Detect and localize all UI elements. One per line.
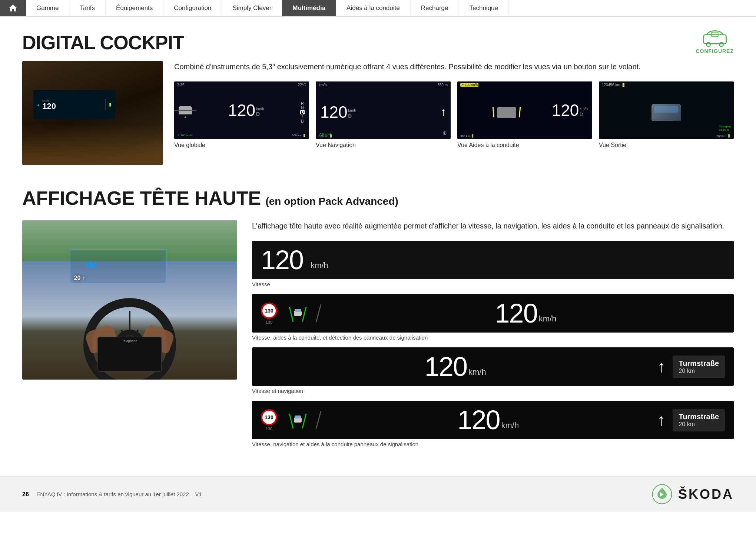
thumb-vue-aides-img: ↗ 100km/h [457,81,592,139]
nav-info-4: Turmstraße 20 km [673,409,725,431]
nav-item-equipements[interactable]: Équipements [106,0,163,16]
thumb-vue-globale-img: 2:3522°C ▲ [174,81,309,139]
footer-skoda-brand: ŠKODA [652,484,734,504]
nav-item-recharge[interactable]: Recharge [411,0,459,16]
divider-line-2 [316,304,322,322]
hud-label-1: Vitesse [252,281,734,287]
thumb-label-vue-aides: Vue Aides à la conduite [457,142,592,148]
speed-limit-circle-4: 130 [261,409,277,425]
skoda-brand-name: ŠKODA [678,487,734,502]
hud-displays: L'affichage tête haute avec réalité augm… [252,220,734,454]
svg-line-8 [289,414,293,428]
dist-4: 20 km [679,421,719,428]
section2-main-title: AFFICHAGE TÊTE HAUTE [22,187,261,209]
speed-limit-circle-2: 130 [261,303,277,319]
hud-display-speed-nav: 120 km/h ↑ Turmstraße 20 km Vitesse et [252,347,734,394]
hud-display-speed-aids: 130 130 [252,294,734,341]
hud-section: AFFICHAGE TÊTE HAUTE (en option Pack Adv… [22,187,734,454]
lane-icon-svg [286,305,310,322]
cockpit-right-panel: Combiné d'instruments de 5,3" exclusivem… [174,61,734,148]
hud-unit-2: km/h [539,314,557,327]
hud-unit-3: km/h [468,367,486,380]
cockpit-content-row: ▲ km/h 120 🔋 [22,61,734,165]
home-icon [8,3,18,13]
nav-info-3: Turmstraße 20 km [673,356,725,378]
svg-line-5 [302,307,306,322]
lane-car-icon-2 [285,305,311,322]
thumb-label-vue-nav: Vue Navigation [316,142,451,148]
thumb-vue-nav-img: km/h350 m 120 km/h D [316,81,451,139]
hud-content-row: »» 20 ↑ [22,220,734,454]
cockpit-main-image: ▲ km/h 120 🔋 [22,61,163,165]
section2-title-block: AFFICHAGE TÊTE HAUTE (en option Pack Adv… [22,187,734,209]
section2-subtitle: (en option Pack Advanced) [263,196,398,207]
hud-speed-1: 120 [261,247,303,273]
speed-limit-group-4: 130 130 [261,409,277,431]
nav-bar: Gamme Tarifs Équipements Configuration S… [0,0,756,17]
speed-display-3: 120 km/h [261,353,650,380]
hud-car-image: »» 20 ↑ [22,220,237,380]
slm-label-4: 130 [266,427,272,431]
hud-speed-3: 120 [425,353,467,380]
nav-item-aides[interactable]: Aides à la conduite [336,0,411,16]
nav-arrow-3: ↑ [657,357,665,376]
hud-display-full: 130 130 [252,401,734,447]
thumb-label-vue-sortie: Vue Sortie [599,142,734,148]
skoda-emblem-icon [652,484,672,504]
lane-car-icon-4 [285,412,311,428]
hud-label-3: Vitesse et navigation [252,388,734,394]
nav-item-multimedia[interactable]: Multimédia [282,0,336,16]
svg-rect-11 [295,415,301,418]
hud-label-4: Vitesse, navigation et aides à la condui… [252,441,734,447]
page-number: 26 [22,491,29,497]
hud-description: L'affichage tête haute avec réalité augm… [252,220,734,231]
hud-bar-3: 120 km/h ↑ Turmstraße 20 km [252,347,734,386]
footer-text: ENYAQ iV : Informations & tarifs en vigu… [36,491,202,497]
nav-arrow-4: ↑ [657,411,665,429]
footer: 26 ENYAQ iV : Informations & tarifs en v… [0,476,756,512]
thumb-label-vue-globale: Vue globale [174,142,309,148]
speed-display-2: 120 km/h [326,300,725,327]
svg-line-9 [302,414,306,428]
nav-item-configuration[interactable]: Configuration [163,0,222,16]
dist-3: 20 km [679,368,719,374]
thumb-vue-nav: km/h350 m 120 km/h D [316,81,451,148]
hud-bar-1: 120 km/h [252,241,734,279]
thumb-vue-globale: 2:3522°C ▲ [174,81,309,148]
slm-label-2: 130 [266,320,272,324]
speed-limit-group-2: 130 130 [261,303,277,324]
hud-bar-2: 130 130 [252,294,734,333]
street-name-3: Turmstraße [679,359,719,368]
nav-item-technique[interactable]: Technique [459,0,509,16]
nav-item-tarifs[interactable]: Tarifs [69,0,106,16]
hud-speed-4: 120 [457,407,500,433]
footer-page-info: 26 ENYAQ iV : Informations & tarifs en v… [22,491,202,498]
section1-title: DIGITAL COCKPIT [22,31,734,54]
hud-unit-1: km/h [311,261,328,273]
hud-display-speed-only: 120 km/h Vitesse [252,241,734,287]
svg-rect-7 [295,309,301,312]
main-content: CONFIGUREZ DIGITAL COCKPIT ▲ km/h [0,17,756,476]
hud-bar-4: 130 130 [252,401,734,439]
svg-line-4 [289,307,293,322]
cockpit-description: Combiné d'instruments de 5,3" exclusivem… [174,61,734,72]
hud-label-2: Vitesse, aides à la conduite, et détecti… [252,334,734,341]
digital-cockpit-section: DIGITAL COCKPIT ▲ km/h 120 [22,31,734,165]
lane-icon-svg-4 [286,412,310,428]
divider-line-4 [316,411,322,429]
street-name-4: Turmstraße [679,413,719,421]
nav-home-button[interactable] [0,0,26,16]
hud-speed-2: 120 [495,300,537,327]
speed-display-4: 120 km/h [326,407,650,433]
thumb-vue-aides: ↗ 100km/h [457,81,592,148]
thumb-vue-sortie: 123456 km 🔋 Charging01:50 h [599,81,734,148]
nav-item-gamme[interactable]: Gamme [26,0,69,16]
thumb-vue-sortie-img: 123456 km 🔋 Charging01:50 h [599,81,734,139]
hud-unit-4: km/h [501,421,519,433]
cockpit-thumbnails: 2:3522°C ▲ [174,81,734,148]
nav-item-simply-clever[interactable]: Simply Clever [222,0,282,16]
